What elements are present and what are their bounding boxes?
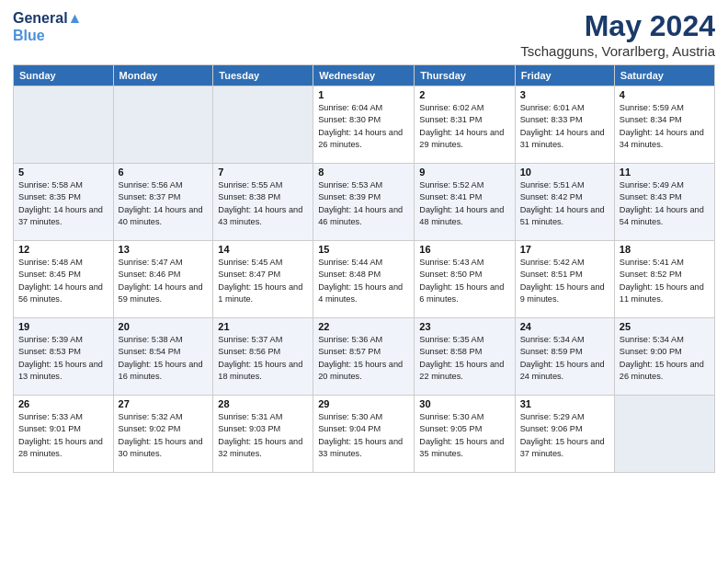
header: General▲ Blue May 2024 Tschagguns, Vorar… <box>13 9 715 59</box>
col-thursday: Thursday <box>415 65 515 86</box>
day-info: Sunrise: 5:30 AM Sunset: 9:04 PM Dayligh… <box>318 411 409 460</box>
day-number: 11 <box>620 167 710 178</box>
calendar-cell-0-2 <box>213 86 313 164</box>
calendar-table: Sunday Monday Tuesday Wednesday Thursday… <box>13 64 715 473</box>
day-info: Sunrise: 5:33 AM Sunset: 9:01 PM Dayligh… <box>18 411 108 460</box>
day-number: 30 <box>419 398 509 409</box>
calendar-cell-3-2: 21Sunrise: 5:37 AM Sunset: 8:56 PM Dayli… <box>213 318 313 396</box>
day-info: Sunrise: 6:04 AM Sunset: 8:30 PM Dayligh… <box>318 102 409 151</box>
day-number: 16 <box>419 244 509 255</box>
calendar-cell-4-0: 26Sunrise: 5:33 AM Sunset: 9:01 PM Dayli… <box>14 396 114 473</box>
calendar-week-2: 5Sunrise: 5:58 AM Sunset: 8:35 PM Daylig… <box>14 164 715 241</box>
day-number: 23 <box>419 321 509 332</box>
day-info: Sunrise: 5:42 AM Sunset: 8:51 PM Dayligh… <box>520 257 609 305</box>
day-info: Sunrise: 5:43 AM Sunset: 8:50 PM Dayligh… <box>419 257 509 305</box>
calendar-cell-4-2: 28Sunrise: 5:31 AM Sunset: 9:03 PM Dayli… <box>213 396 313 473</box>
day-info: Sunrise: 5:58 AM Sunset: 8:35 PM Dayligh… <box>18 179 108 228</box>
col-tuesday: Tuesday <box>213 65 313 86</box>
logo-blue: ▲ <box>68 10 83 26</box>
day-info: Sunrise: 5:31 AM Sunset: 9:03 PM Dayligh… <box>218 411 308 460</box>
calendar-cell-2-3: 15Sunrise: 5:44 AM Sunset: 8:48 PM Dayli… <box>313 241 415 318</box>
day-info: Sunrise: 5:38 AM Sunset: 8:54 PM Dayligh… <box>119 334 209 383</box>
calendar-cell-1-4: 9Sunrise: 5:52 AM Sunset: 8:41 PM Daylig… <box>415 164 515 241</box>
day-number: 21 <box>218 321 308 332</box>
calendar-cell-4-3: 29Sunrise: 5:30 AM Sunset: 9:04 PM Dayli… <box>313 396 415 473</box>
day-number: 18 <box>620 244 710 255</box>
calendar-cell-4-4: 30Sunrise: 5:30 AM Sunset: 9:05 PM Dayli… <box>415 396 515 473</box>
title-section: May 2024 Tschagguns, Vorarlberg, Austria <box>520 9 715 59</box>
day-number: 10 <box>520 167 609 178</box>
day-number: 5 <box>18 167 108 178</box>
calendar-cell-4-5: 31Sunrise: 5:29 AM Sunset: 9:06 PM Dayli… <box>515 396 614 473</box>
day-info: Sunrise: 5:53 AM Sunset: 8:39 PM Dayligh… <box>318 179 409 228</box>
day-info: Sunrise: 5:30 AM Sunset: 9:05 PM Dayligh… <box>419 411 509 460</box>
day-number: 17 <box>520 244 609 255</box>
day-info: Sunrise: 5:48 AM Sunset: 8:45 PM Dayligh… <box>18 257 108 305</box>
day-info: Sunrise: 5:41 AM Sunset: 8:52 PM Dayligh… <box>620 257 710 305</box>
calendar-cell-2-0: 12Sunrise: 5:48 AM Sunset: 8:45 PM Dayli… <box>14 241 114 318</box>
day-info: Sunrise: 5:44 AM Sunset: 8:48 PM Dayligh… <box>318 257 409 305</box>
day-info: Sunrise: 5:29 AM Sunset: 9:06 PM Dayligh… <box>520 411 609 460</box>
day-number: 7 <box>218 167 308 178</box>
calendar-cell-1-1: 6Sunrise: 5:56 AM Sunset: 8:37 PM Daylig… <box>113 164 213 241</box>
calendar-week-4: 19Sunrise: 5:39 AM Sunset: 8:53 PM Dayli… <box>14 318 715 396</box>
day-info: Sunrise: 5:47 AM Sunset: 8:46 PM Dayligh… <box>119 257 209 305</box>
day-number: 2 <box>419 89 509 100</box>
calendar-cell-0-5: 3Sunrise: 6:01 AM Sunset: 8:33 PM Daylig… <box>515 86 614 164</box>
logo-blue-text: Blue <box>13 27 82 44</box>
col-friday: Friday <box>515 65 614 86</box>
day-info: Sunrise: 6:02 AM Sunset: 8:31 PM Dayligh… <box>419 102 509 151</box>
col-monday: Monday <box>113 65 213 86</box>
calendar-cell-3-5: 24Sunrise: 5:34 AM Sunset: 8:59 PM Dayli… <box>515 318 614 396</box>
day-number: 14 <box>218 244 308 255</box>
calendar-cell-2-5: 17Sunrise: 5:42 AM Sunset: 8:51 PM Dayli… <box>515 241 614 318</box>
calendar-week-3: 12Sunrise: 5:48 AM Sunset: 8:45 PM Dayli… <box>14 241 715 318</box>
day-info: Sunrise: 5:36 AM Sunset: 8:57 PM Dayligh… <box>318 334 409 383</box>
col-sunday: Sunday <box>14 65 114 86</box>
day-number: 4 <box>620 89 710 100</box>
calendar-cell-0-6: 4Sunrise: 5:59 AM Sunset: 8:34 PM Daylig… <box>614 86 714 164</box>
calendar-cell-0-3: 1Sunrise: 6:04 AM Sunset: 8:30 PM Daylig… <box>313 86 415 164</box>
day-number: 12 <box>18 244 108 255</box>
day-number: 20 <box>119 321 209 332</box>
day-number: 27 <box>119 398 209 409</box>
subtitle: Tschagguns, Vorarlberg, Austria <box>520 43 715 59</box>
calendar-cell-4-6 <box>614 396 714 473</box>
day-number: 26 <box>18 398 108 409</box>
calendar-cell-3-4: 23Sunrise: 5:35 AM Sunset: 8:58 PM Dayli… <box>415 318 515 396</box>
col-saturday: Saturday <box>614 65 714 86</box>
calendar-cell-0-1 <box>113 86 213 164</box>
day-info: Sunrise: 5:45 AM Sunset: 8:47 PM Dayligh… <box>218 257 308 305</box>
day-number: 19 <box>18 321 108 332</box>
calendar-cell-0-0 <box>14 86 114 164</box>
day-info: Sunrise: 5:39 AM Sunset: 8:53 PM Dayligh… <box>18 334 108 383</box>
calendar-cell-1-6: 11Sunrise: 5:49 AM Sunset: 8:43 PM Dayli… <box>614 164 714 241</box>
calendar-week-1: 1Sunrise: 6:04 AM Sunset: 8:30 PM Daylig… <box>14 86 715 164</box>
calendar-cell-3-3: 22Sunrise: 5:36 AM Sunset: 8:57 PM Dayli… <box>313 318 415 396</box>
logo-text: General▲ <box>13 9 82 27</box>
day-info: Sunrise: 5:52 AM Sunset: 8:41 PM Dayligh… <box>419 179 509 228</box>
day-number: 9 <box>419 167 509 178</box>
calendar-cell-4-1: 27Sunrise: 5:32 AM Sunset: 9:02 PM Dayli… <box>113 396 213 473</box>
day-number: 15 <box>318 244 409 255</box>
calendar-week-5: 26Sunrise: 5:33 AM Sunset: 9:01 PM Dayli… <box>14 396 715 473</box>
day-info: Sunrise: 6:01 AM Sunset: 8:33 PM Dayligh… <box>520 102 609 151</box>
calendar-cell-1-0: 5Sunrise: 5:58 AM Sunset: 8:35 PM Daylig… <box>14 164 114 241</box>
calendar-cell-1-2: 7Sunrise: 5:55 AM Sunset: 8:38 PM Daylig… <box>213 164 313 241</box>
day-number: 24 <box>520 321 609 332</box>
day-number: 22 <box>318 321 409 332</box>
calendar-cell-1-3: 8Sunrise: 5:53 AM Sunset: 8:39 PM Daylig… <box>313 164 415 241</box>
page: General▲ Blue May 2024 Tschagguns, Vorar… <box>0 0 728 563</box>
day-info: Sunrise: 5:56 AM Sunset: 8:37 PM Dayligh… <box>119 179 209 228</box>
calendar-cell-2-2: 14Sunrise: 5:45 AM Sunset: 8:47 PM Dayli… <box>213 241 313 318</box>
day-number: 13 <box>119 244 209 255</box>
day-info: Sunrise: 5:35 AM Sunset: 8:58 PM Dayligh… <box>419 334 509 383</box>
day-info: Sunrise: 5:37 AM Sunset: 8:56 PM Dayligh… <box>218 334 308 383</box>
day-info: Sunrise: 5:59 AM Sunset: 8:34 PM Dayligh… <box>620 102 710 151</box>
day-info: Sunrise: 5:34 AM Sunset: 8:59 PM Dayligh… <box>520 334 609 383</box>
day-number: 8 <box>318 167 409 178</box>
calendar-cell-3-6: 25Sunrise: 5:34 AM Sunset: 9:00 PM Dayli… <box>614 318 714 396</box>
calendar-cell-1-5: 10Sunrise: 5:51 AM Sunset: 8:42 PM Dayli… <box>515 164 614 241</box>
calendar-cell-2-6: 18Sunrise: 5:41 AM Sunset: 8:52 PM Dayli… <box>614 241 714 318</box>
day-info: Sunrise: 5:34 AM Sunset: 9:00 PM Dayligh… <box>620 334 710 383</box>
